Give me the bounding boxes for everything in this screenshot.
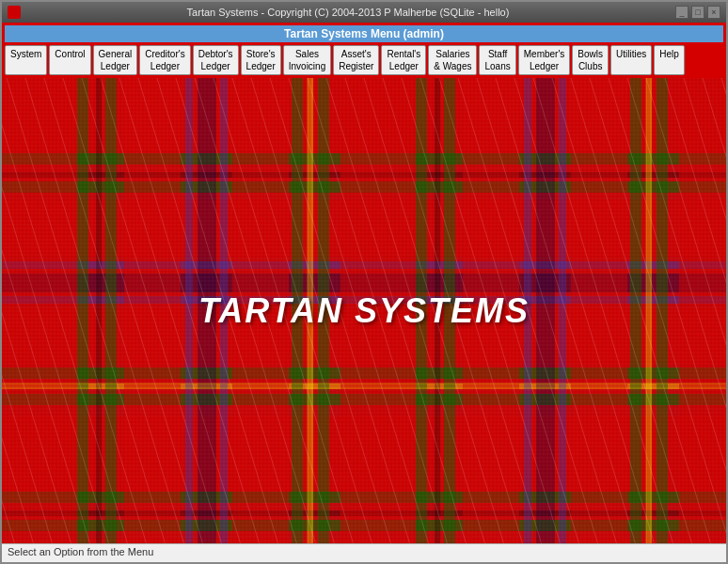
menu-item-stores-ledger[interactable]: Store's Ledger xyxy=(241,45,281,75)
title-bar-buttons: _ □ × xyxy=(675,6,720,19)
main-window: Tartan Systems - Copyright (C) 2004-2013… xyxy=(0,0,728,564)
menu-item-general-ledger[interactable]: General Ledger xyxy=(93,45,138,75)
menu-item-bowls-clubs[interactable]: Bowls Clubs xyxy=(572,45,609,75)
menu-bar-title: Tartan Systems Menu (admin) xyxy=(5,25,723,42)
menu-item-salaries-wages[interactable]: Salaries & Wages xyxy=(428,45,477,75)
menu-item-help[interactable]: Help xyxy=(654,45,685,75)
minimize-button[interactable]: _ xyxy=(675,6,688,19)
tartan-area: TARTAN SYSTEMS xyxy=(2,78,726,543)
menu-item-utilities[interactable]: Utilities xyxy=(610,45,652,75)
menu-bar-wrapper: Tartan Systems Menu (admin) SystemContro… xyxy=(2,23,726,78)
status-text: Select an Option from the Menu xyxy=(8,546,153,557)
menu-item-members-ledger[interactable]: Member's Ledger xyxy=(518,45,571,75)
window-title: Tartan Systems - Copyright (C) 2004-2013… xyxy=(21,7,675,18)
menu-item-staff-loans[interactable]: Staff Loans xyxy=(479,45,515,75)
status-bar: Select an Option from the Menu xyxy=(2,543,726,562)
menu-item-debtors-ledger[interactable]: Debtor's Ledger xyxy=(193,45,239,75)
main-logo-text: TARTAN SYSTEMS xyxy=(198,291,530,331)
menu-item-creditors-ledger[interactable]: Creditor's Ledger xyxy=(139,45,190,75)
menu-item-rentals-ledger[interactable]: Rental's Ledger xyxy=(381,45,426,75)
close-button[interactable]: × xyxy=(707,6,720,19)
menu-item-control[interactable]: Control xyxy=(49,45,90,75)
maximize-button[interactable]: □ xyxy=(691,6,704,19)
window-icon xyxy=(8,6,21,19)
menu-item-system[interactable]: System xyxy=(5,45,47,75)
menu-item-sales-invoicing[interactable]: Sales Invoicing xyxy=(283,45,331,75)
menu-item-assets-register[interactable]: Asset's Register xyxy=(333,45,379,75)
menu-bar: SystemControlGeneral LedgerCreditor's Le… xyxy=(5,45,723,75)
title-bar: Tartan Systems - Copyright (C) 2004-2013… xyxy=(2,2,726,23)
